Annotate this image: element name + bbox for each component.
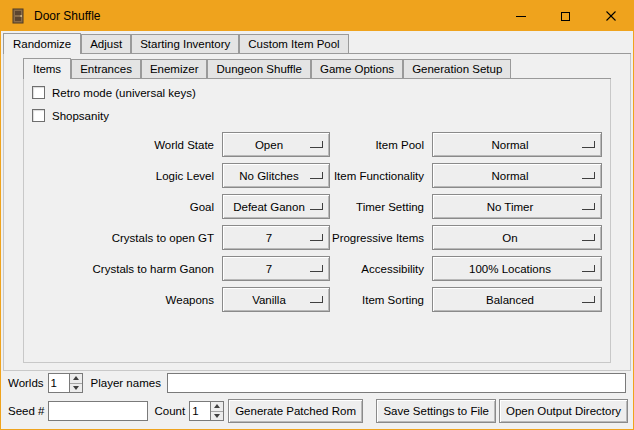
window-title: Door Shuffle (34, 9, 101, 23)
window: Door Shuffle Randomize Adjust Starting I… (0, 0, 634, 430)
progressive-items-dropdown[interactable]: On (432, 225, 602, 250)
item-sorting-dropdown[interactable]: Balanced (432, 287, 602, 312)
dropdown-value: 7 (266, 263, 286, 275)
dropdown-indicator-icon (582, 141, 595, 148)
save-settings-button[interactable]: Save Settings to File (376, 399, 495, 423)
minimize-button[interactable] (498, 1, 543, 31)
spin-up-button[interactable] (211, 402, 223, 411)
tab-randomize[interactable]: Randomize (3, 33, 81, 54)
dropdown-value: Normal (491, 139, 542, 151)
dropdown-indicator-icon (310, 203, 323, 210)
dropdown-value: 100% Locations (469, 263, 565, 275)
dropdown-value: On (502, 232, 531, 244)
dropdown-indicator-icon (310, 172, 323, 179)
spin-buttons (210, 402, 223, 420)
generate-row: Seed # Count Generate Patched Rom Save S… (8, 399, 628, 423)
options-row: Logic Level No Glitches Item Functionali… (24, 160, 610, 191)
tab-enemizer[interactable]: Enemizer (141, 59, 208, 78)
weapons-dropdown[interactable]: Vanilla (222, 287, 330, 312)
goal-dropdown[interactable]: Defeat Ganon (222, 194, 330, 219)
option-label: Accessibility (330, 263, 424, 275)
seed-input[interactable] (48, 401, 148, 421)
tab-generation-setup[interactable]: Generation Setup (403, 59, 511, 78)
dropdown-value: Normal (491, 170, 542, 182)
tab-dungeon-shuffle[interactable]: Dungeon Shuffle (207, 59, 310, 78)
worlds-label: Worlds (8, 377, 44, 389)
worlds-spinbox[interactable] (48, 373, 83, 393)
dropdown-indicator-icon (310, 141, 323, 148)
shopsanity-checkbox[interactable]: Shopsanity (24, 104, 610, 127)
spin-buttons (69, 374, 82, 392)
seed-label: Seed # (8, 405, 44, 417)
checkbox-box-icon (32, 109, 45, 122)
tab-items[interactable]: Items (23, 58, 71, 79)
output-buttons: Save Settings to File Open Output Direct… (376, 399, 628, 423)
item-functionality-dropdown[interactable]: Normal (432, 163, 602, 188)
close-button[interactable] (588, 1, 633, 31)
accessibility-dropdown[interactable]: 100% Locations (432, 256, 602, 281)
client-area: Randomize Adjust Starting Inventory Cust… (1, 31, 633, 429)
dropdown-indicator-icon (582, 172, 595, 179)
logic-level-dropdown[interactable]: No Glitches (222, 163, 330, 188)
tab-adjust[interactable]: Adjust (81, 34, 131, 53)
maximize-icon (561, 12, 570, 21)
player-names-input[interactable] (167, 373, 626, 393)
dropdown-value: 7 (266, 232, 286, 244)
option-label: Progressive Items (330, 232, 424, 244)
maximize-button[interactable] (543, 1, 588, 31)
world-state-dropdown[interactable]: Open (222, 132, 330, 157)
tab-game-options[interactable]: Game Options (311, 59, 403, 78)
dropdown-indicator-icon (310, 296, 323, 303)
window-controls (498, 1, 633, 31)
player-names-label: Player names (91, 377, 161, 389)
dropdown-indicator-icon (310, 265, 323, 272)
generate-patched-rom-button[interactable]: Generate Patched Rom (228, 399, 363, 423)
app-icon (10, 8, 26, 24)
worlds-input[interactable] (49, 374, 69, 392)
tab-starting-inventory[interactable]: Starting Inventory (131, 34, 239, 53)
crystals-open-gt-dropdown[interactable]: 7 (222, 225, 330, 250)
multiworld-row: Worlds Player names (8, 372, 626, 394)
dropdown-indicator-icon (310, 234, 323, 241)
spin-down-button[interactable] (211, 411, 223, 421)
option-label: Item Pool (330, 139, 424, 151)
arrow-down-icon (73, 386, 79, 390)
option-label: Crystals to open GT (24, 232, 214, 244)
dropdown-value: Vanilla (252, 294, 300, 306)
count-label: Count (154, 405, 185, 417)
dropdown-value: Open (255, 139, 297, 151)
crystals-harm-ganon-dropdown[interactable]: 7 (222, 256, 330, 281)
retro-mode-checkbox[interactable]: Retro mode (universal keys) (24, 81, 610, 104)
dropdown-indicator-icon (582, 265, 595, 272)
dropdown-value: Defeat Ganon (233, 201, 319, 213)
options-row: Goal Defeat Ganon Timer Setting No Timer (24, 191, 610, 222)
timer-setting-dropdown[interactable]: No Timer (432, 194, 602, 219)
spin-up-button[interactable] (70, 374, 82, 383)
options-row: Weapons Vanilla Item Sorting Balanced (24, 284, 610, 315)
open-output-directory-button[interactable]: Open Output Directory (499, 399, 628, 423)
options-grid: World State Open Item Pool Normal Logic … (24, 129, 610, 315)
options-row: World State Open Item Pool Normal (24, 129, 610, 160)
inner-tabbar: Items Entrances Enemizer Dungeon Shuffle… (23, 58, 611, 79)
outer-tabbar: Randomize Adjust Starting Inventory Cust… (3, 33, 631, 54)
spin-down-button[interactable] (70, 383, 82, 393)
option-label: Item Functionality (330, 170, 424, 182)
dropdown-value: Balanced (486, 294, 548, 306)
dropdown-indicator-icon (582, 296, 595, 303)
options-row: Crystals to open GT 7 Progressive Items … (24, 222, 610, 253)
arrow-up-icon (73, 376, 79, 380)
titlebar[interactable]: Door Shuffle (1, 1, 633, 31)
checkbox-label: Shopsanity (52, 110, 109, 122)
count-input[interactable] (190, 402, 210, 420)
tab-custom-item-pool[interactable]: Custom Item Pool (239, 34, 348, 53)
item-pool-dropdown[interactable]: Normal (432, 132, 602, 157)
arrow-up-icon (214, 404, 220, 408)
dropdown-value: No Glitches (239, 170, 312, 182)
option-label: Weapons (24, 294, 214, 306)
count-spinbox[interactable] (189, 401, 224, 421)
close-icon (606, 11, 616, 21)
checkbox-label: Retro mode (universal keys) (52, 87, 196, 99)
items-pane: Retro mode (universal keys) Shopsanity W… (23, 79, 611, 363)
checkbox-box-icon (32, 86, 45, 99)
tab-entrances[interactable]: Entrances (71, 59, 141, 78)
